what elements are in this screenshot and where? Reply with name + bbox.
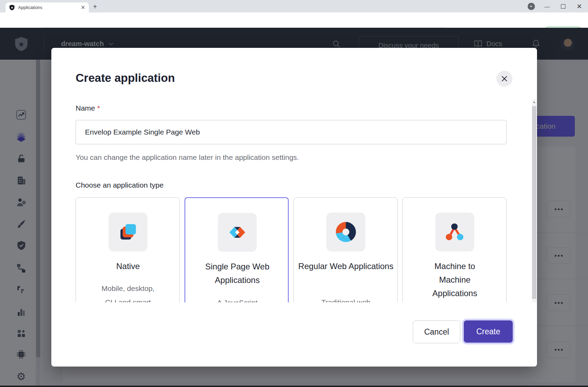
name-label: Name* — [76, 104, 100, 112]
close-icon — [501, 75, 508, 82]
browser-titlebar: ★ Applications ✕ + — ✕ — [0, 0, 588, 12]
card-title: Regular Web Applications — [297, 259, 394, 273]
card-title: Native — [79, 259, 177, 273]
application-type-label: Choose an application type — [76, 181, 163, 189]
card-title: Machine to Machine Applications — [406, 259, 503, 300]
create-application-modal: Create application Name* You can change … — [51, 48, 537, 367]
m2m-app-icon — [435, 213, 474, 251]
window-close-button[interactable]: ✕ — [571, 0, 587, 12]
create-button[interactable]: Create — [464, 320, 513, 343]
app-type-card-m2m[interactable]: Machine to Machine Applications — [402, 197, 506, 302]
app-type-card-native[interactable]: Native Mobile, desktop, CLI and smart — [76, 197, 180, 302]
cancel-button[interactable]: Cancel — [413, 320, 460, 343]
modal-scrollbar-thumb[interactable] — [532, 106, 536, 299]
card-title: Single Page Web Applications — [189, 260, 286, 287]
browser-tab-applications[interactable]: ★ Applications ✕ — [6, 2, 89, 12]
svg-text:★: ★ — [10, 6, 13, 9]
application-name-input[interactable] — [76, 120, 506, 144]
name-helper-text: You can change the application name late… — [76, 153, 299, 162]
window-bottom-edge — [0, 386, 588, 387]
native-app-icon — [109, 213, 147, 251]
modal-body: Name* You can change the application nam… — [51, 94, 532, 302]
modal-title: Create application — [76, 71, 175, 85]
app-type-card-spa[interactable]: Single Page Web Applications A JavaScrip… — [185, 197, 289, 302]
card-description: Mobile, desktop, CLI and smart — [79, 282, 177, 302]
card-description: Traditional web — [297, 295, 394, 302]
regular-web-app-icon — [326, 213, 365, 251]
window-minimize-button[interactable]: — — [539, 0, 555, 12]
scroll-up-arrow-icon[interactable]: ▲ — [532, 100, 537, 104]
required-asterisk: * — [97, 104, 100, 112]
modal-close-button[interactable] — [496, 71, 512, 87]
modal-scrollbar[interactable] — [532, 99, 537, 302]
tab-close-icon[interactable]: ✕ — [81, 5, 85, 10]
card-description: A JavaScript — [189, 296, 286, 302]
spa-app-icon — [218, 213, 257, 252]
tab-title: Applications — [18, 5, 81, 10]
browser-toolbar: ← → ⟳ manage.auth0.com/dashboard/eu/drea… — [0, 12, 588, 28]
browser-profile-chevron[interactable] — [523, 0, 539, 12]
new-tab-button[interactable]: + — [93, 3, 97, 11]
window-maximize-button[interactable] — [555, 0, 571, 12]
app-type-card-regular-web[interactable]: Regular Web Applications Traditional web — [293, 197, 398, 302]
auth0-favicon-icon: ★ — [9, 5, 15, 10]
